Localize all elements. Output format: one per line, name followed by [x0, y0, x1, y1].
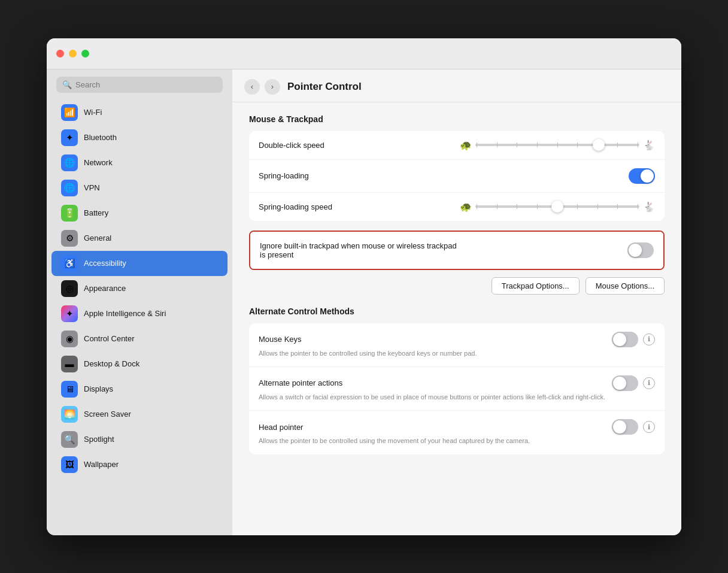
- main-header: ‹ › Pointer Control: [232, 69, 681, 102]
- alt-pointer-header: Alternate pointer actions ℹ: [259, 375, 655, 391]
- sidebar-item-wallpaper[interactable]: 🖼Wallpaper: [51, 452, 228, 477]
- sidebar-item-appearance[interactable]: ◎Appearance: [51, 276, 228, 301]
- sidebar-item-screensaver[interactable]: 🌅Screen Saver: [51, 402, 228, 427]
- main-panel: ‹ › Pointer Control Mouse & Trackpad Dou…: [232, 69, 681, 535]
- spring-loading-speed-label: Spring-loading speed: [259, 202, 454, 211]
- alt-control-card: Mouse Keys ℹ Allows the pointer to be co…: [249, 323, 665, 454]
- accessibility-icon: ♿: [61, 255, 78, 272]
- displays-icon: 🖥: [61, 381, 78, 398]
- mouse-trackpad-section-title: Mouse & Trackpad: [249, 114, 665, 124]
- head-pointer-controls: ℹ: [612, 419, 655, 435]
- forward-button[interactable]: ›: [265, 79, 280, 95]
- alt-pointer-desc: Allows a switch or facial expression to …: [259, 393, 655, 402]
- page-title: Pointer Control: [287, 81, 362, 93]
- double-click-speed-row: Double-click speed 🐢: [249, 131, 665, 160]
- network-icon: 🌐: [61, 154, 78, 171]
- main-content: Mouse & Trackpad Double-click speed 🐢: [232, 102, 681, 476]
- sidebar-item-spotlight[interactable]: 🔍Spotlight: [51, 427, 228, 452]
- sidebar-item-label-screensaver: Screen Saver: [84, 410, 131, 419]
- desktop-icon: ▬: [61, 356, 78, 372]
- slider-min-icon: 🐢: [460, 140, 472, 151]
- sidebar: 🔍 📶Wi-Fi✦Bluetooth🌐Network🌐VPN🔋Battery⚙G…: [47, 69, 232, 535]
- spring-loading-speed-row: Spring-loading speed 🐢: [249, 193, 665, 221]
- wallpaper-icon: 🖼: [61, 456, 78, 473]
- sidebar-item-label-displays: Displays: [84, 384, 113, 393]
- options-buttons-row: Trackpad Options... Mouse Options...: [249, 277, 665, 295]
- alt-pointer-label: Alternate pointer actions: [259, 378, 612, 387]
- sidebar-item-desktop[interactable]: ▬Desktop & Dock: [51, 351, 228, 377]
- ignore-trackpad-toggle[interactable]: [627, 242, 654, 258]
- siri-icon: ✦: [61, 305, 78, 322]
- spring-loading-row: Spring-loading: [249, 160, 665, 193]
- trackpad-options-button[interactable]: Trackpad Options...: [492, 277, 580, 295]
- search-input[interactable]: [75, 80, 217, 89]
- close-button[interactable]: [56, 50, 64, 57]
- sidebar-item-battery[interactable]: 🔋Battery: [51, 201, 228, 226]
- sidebar-item-label-general: General: [84, 234, 111, 242]
- sidebar-item-label-desktop: Desktop & Dock: [84, 359, 139, 368]
- minimize-button[interactable]: [69, 50, 77, 57]
- mouse-keys-toggle[interactable]: [612, 332, 638, 347]
- spring-loading-label: Spring-loading: [259, 171, 629, 180]
- sidebar-item-displays[interactable]: 🖥Displays: [51, 377, 228, 402]
- sidebar-item-label-vpn: VPN: [84, 183, 100, 192]
- alt-control-section-title: Alternate Control Methods: [249, 307, 665, 316]
- battery-icon: 🔋: [61, 205, 78, 222]
- ignore-trackpad-card: Ignore built-in trackpad when mouse or w…: [250, 232, 663, 269]
- sidebar-item-bluetooth[interactable]: ✦Bluetooth: [51, 125, 228, 150]
- control-icon: ◉: [61, 331, 78, 347]
- wifi-icon: 📶: [61, 104, 78, 121]
- bluetooth-icon: ✦: [61, 129, 78, 146]
- slider-track2[interactable]: [475, 205, 639, 208]
- alt-pointer-controls: ℹ: [612, 375, 655, 391]
- head-pointer-row: Head pointer ℹ Allows the pointer to be …: [249, 411, 665, 454]
- mouse-keys-info-icon[interactable]: ℹ: [643, 334, 655, 345]
- head-pointer-info-icon[interactable]: ℹ: [643, 421, 655, 433]
- sidebar-items: 📶Wi-Fi✦Bluetooth🌐Network🌐VPN🔋Battery⚙Gen…: [47, 100, 232, 477]
- sidebar-item-label-battery: Battery: [84, 208, 108, 217]
- search-bar[interactable]: 🔍: [56, 77, 223, 93]
- maximize-button[interactable]: [81, 50, 89, 57]
- sidebar-item-accessibility[interactable]: ♿Accessibility: [51, 251, 228, 276]
- ignore-trackpad-row: Ignore built-in trackpad when mouse or w…: [250, 232, 663, 269]
- head-pointer-toggle[interactable]: [612, 419, 638, 435]
- window-content: 🔍 📶Wi-Fi✦Bluetooth🌐Network🌐VPN🔋Battery⚙G…: [47, 69, 681, 535]
- sidebar-item-general[interactable]: ⚙General: [51, 226, 228, 251]
- slider-track[interactable]: [475, 144, 639, 146]
- sidebar-item-wifi[interactable]: 📶Wi-Fi: [51, 100, 228, 125]
- sidebar-item-label-control: Control Center: [84, 334, 135, 343]
- alt-pointer-info-icon[interactable]: ℹ: [643, 377, 655, 389]
- vpn-icon: 🌐: [61, 180, 78, 196]
- mouse-options-button[interactable]: Mouse Options...: [586, 277, 665, 295]
- spring-loading-toggle[interactable]: [629, 168, 655, 184]
- sidebar-item-siri[interactable]: ✦Apple Intelligence & Siri: [51, 301, 228, 326]
- head-pointer-label: Head pointer: [259, 423, 612, 432]
- back-button[interactable]: ‹: [244, 79, 260, 95]
- slider-max-icon2: 🐇: [643, 201, 655, 213]
- sidebar-item-label-spotlight: Spotlight: [84, 435, 114, 444]
- alt-pointer-toggle[interactable]: [612, 375, 638, 391]
- screensaver-icon: 🌅: [61, 406, 78, 423]
- sidebar-item-label-wifi: Wi-Fi: [84, 108, 102, 117]
- sidebar-item-control[interactable]: ◉Control Center: [51, 326, 228, 351]
- head-pointer-header: Head pointer ℹ: [259, 419, 655, 435]
- sidebar-item-vpn[interactable]: 🌐VPN: [51, 175, 228, 201]
- double-click-speed-slider[interactable]: 🐢 🐇: [460, 140, 655, 151]
- sidebar-item-label-siri: Apple Intelligence & Siri: [84, 309, 166, 318]
- traffic-lights: [56, 50, 89, 57]
- sidebar-item-label-appearance: Appearance: [84, 284, 126, 293]
- slider-min-icon2: 🐢: [460, 201, 472, 213]
- sidebar-item-label-wallpaper: Wallpaper: [84, 460, 119, 469]
- mouse-trackpad-card: Double-click speed 🐢: [249, 131, 665, 221]
- mouse-keys-controls: ℹ: [612, 332, 655, 347]
- slider-max-icon: 🐇: [643, 140, 655, 151]
- mouse-keys-row: Mouse Keys ℹ Allows the pointer to be co…: [249, 323, 665, 367]
- sidebar-item-label-bluetooth: Bluetooth: [84, 133, 117, 142]
- spring-loading-speed-slider[interactable]: 🐢 🐇: [460, 201, 655, 213]
- mouse-keys-label: Mouse Keys: [259, 335, 612, 344]
- mouse-keys-header: Mouse Keys ℹ: [259, 332, 655, 347]
- double-click-speed-label: Double-click speed: [259, 141, 454, 150]
- sidebar-item-network[interactable]: 🌐Network: [51, 150, 228, 175]
- ignore-trackpad-label: Ignore built-in trackpad when mouse or w…: [260, 241, 627, 259]
- titlebar: [47, 38, 681, 69]
